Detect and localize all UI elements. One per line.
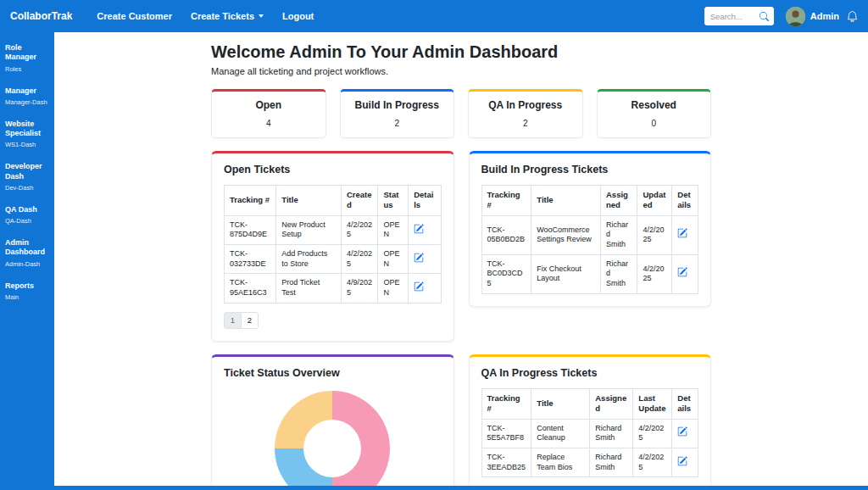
sidebar-item-website-specialist[interactable]: Website Specialist WS1-Dash: [0, 113, 54, 156]
navbar-right: Admin: [704, 7, 858, 26]
panel-title: Build In Progress Tickets: [470, 153, 711, 183]
column-header: Details: [672, 388, 698, 419]
panel-title: Open Tickets: [212, 153, 453, 183]
ticket-details-cell: [672, 448, 698, 476]
ticket-updated: 4/2/2025: [633, 419, 672, 448]
ticket-created: 4/9/2025: [341, 274, 377, 303]
table-row: TCK-BC0D3CD5 Fix Checkout Layout Richard…: [481, 254, 698, 293]
build-tickets-table: Tracking # Title Assigned Updated Detail…: [481, 185, 699, 294]
ticket-title: WooCommerce Settings Review: [531, 215, 601, 254]
ticket-title: Add Products to Store: [276, 245, 342, 274]
table-row: TCK-032733DE Add Products to Store 4/2/2…: [225, 245, 442, 274]
ticket-assigned: Richard Smith: [590, 448, 633, 476]
ticket-tracking: TCK-3EEADB25: [481, 448, 531, 476]
sidebar-item-manager[interactable]: Manager Manager-Dash: [0, 80, 54, 113]
ticket-title: Fix Checkout Layout: [531, 254, 601, 293]
edit-ticket-button[interactable]: [677, 426, 687, 437]
table-row: TCK-95AE16C3 Prod Ticket Test 4/9/2025 O…: [225, 274, 442, 303]
page-title: Welcome Admin To Your Admin Dashboard: [211, 42, 711, 62]
sidebar-item-title: Manager: [5, 86, 49, 96]
edit-ticket-button[interactable]: [414, 253, 424, 263]
ticket-details-cell: [672, 419, 698, 448]
pencil-square-icon: [414, 224, 424, 234]
edit-ticket-button[interactable]: [677, 267, 687, 277]
avatar[interactable]: [786, 7, 805, 26]
tickets-row-2: Ticket Status Overview Open Build In Pro…: [211, 354, 711, 490]
bell-icon[interactable]: [847, 11, 858, 22]
sidebar-item-title: QA Dash: [5, 205, 49, 214]
open-tickets-table: Tracking # Title Created Status Details …: [224, 185, 442, 303]
qa-tickets-panel: QA In Progress Tickets Tracking # Title …: [469, 354, 712, 490]
open-tickets-panel: Open Tickets Tracking # Title Created St…: [211, 151, 454, 342]
sidebar-item-title: Website Specialist: [5, 120, 49, 139]
stat-card-build-in-progress: Build In Progress 2: [340, 89, 455, 138]
ticket-status-overview-panel: Ticket Status Overview Open Build In Pro…: [211, 354, 454, 490]
stat-card-open: Open 4: [211, 89, 326, 138]
edit-ticket-button[interactable]: [414, 281, 424, 292]
ticket-details-cell: [409, 274, 441, 303]
pencil-square-icon: [677, 456, 687, 466]
nav-create-customer[interactable]: Create Customer: [87, 11, 181, 21]
ticket-assigned: Richard Smith: [601, 215, 637, 254]
sidebar-item-admin-dashboard[interactable]: Admin Dashboard Admin-Dash: [0, 231, 54, 275]
sidebar-item-subtitle: Dev-Dash: [5, 184, 49, 192]
pagination-page-1[interactable]: 1: [224, 312, 242, 329]
table-row: TCK-875D4D9E New Product Setup 4/2/2025 …: [225, 215, 442, 244]
navbar-links: Create Customer Create Tickets Logout: [87, 11, 323, 21]
column-header: Tracking #: [481, 186, 531, 216]
footer-bar: [54, 486, 868, 490]
top-navbar: CollaborTrak Create Customer Create Tick…: [0, 0, 868, 32]
ticket-details-cell: [409, 215, 441, 244]
ticket-updated: 4/2/2025: [637, 254, 672, 293]
column-header: Tracking #: [225, 186, 276, 216]
ticket-tracking: TCK-5E5A7BF8: [481, 419, 531, 448]
search-button[interactable]: [755, 7, 774, 25]
stats-row: Open 4 Build In Progress 2 QA In Progres…: [211, 89, 711, 138]
nav-create-tickets-label: Create Tickets: [191, 11, 254, 21]
ticket-details-cell: [409, 245, 441, 274]
edit-ticket-button[interactable]: [414, 224, 424, 234]
sidebar-item-title: Role Manager: [5, 43, 49, 63]
stat-value: 2: [472, 119, 579, 128]
nav-logout[interactable]: Logout: [273, 11, 323, 21]
column-header: Title: [531, 186, 601, 216]
stat-label: Resolved: [601, 99, 708, 111]
column-header: Details: [672, 186, 698, 216]
chevron-down-icon: [259, 14, 264, 18]
sidebar-item-developer-dash[interactable]: Developer Dash Dev-Dash: [0, 155, 54, 198]
main-content: Welcome Admin To Your Admin Dashboard Ma…: [54, 0, 868, 490]
sidebar-item-qa-dash[interactable]: QA Dash QA-Dash: [0, 198, 54, 231]
donut-hole: [303, 420, 361, 477]
nav-create-tickets[interactable]: Create Tickets: [181, 11, 273, 21]
column-header: Tracking #: [481, 388, 531, 419]
table-row: TCK-5E5A7BF8 Content Cleanup Richard Smi…: [481, 419, 698, 448]
pagination: 1 2: [224, 312, 259, 329]
sidebar-item-subtitle: Main: [5, 293, 49, 301]
stat-label: Build In Progress: [344, 99, 451, 111]
pagination-page-2[interactable]: 2: [241, 312, 259, 329]
edit-ticket-button[interactable]: [677, 456, 687, 466]
sidebar-item-role-manager[interactable]: Role Manager Roles: [0, 36, 54, 80]
ticket-created: 4/2/2025: [341, 215, 377, 244]
sidebar-item-reports[interactable]: Reports Main: [0, 275, 54, 308]
sidebar-item-subtitle: Admin-Dash: [5, 260, 49, 268]
table-row: TCK-05B0BD2B WooCommerce Settings Review…: [481, 215, 698, 254]
ticket-status: OPEN: [378, 274, 409, 303]
search-input[interactable]: [704, 7, 755, 25]
ticket-tracking: TCK-875D4D9E: [225, 215, 276, 244]
stat-value: 2: [344, 119, 451, 128]
column-header: Status: [378, 186, 409, 216]
avatar-image: [786, 7, 805, 26]
sidebar-item-title: Developer Dash: [5, 162, 49, 181]
edit-ticket-button[interactable]: [677, 228, 687, 238]
table-row: TCK-3EEADB25 Replace Team Bios Richard S…: [481, 448, 698, 476]
stat-value: 4: [215, 119, 322, 128]
panel-title: QA In Progress Tickets: [470, 357, 711, 387]
ticket-title: New Product Setup: [276, 215, 342, 244]
sidebar-item-subtitle: Roles: [5, 65, 49, 73]
pencil-square-icon: [677, 228, 687, 238]
column-header: Title: [531, 388, 590, 419]
stat-label: QA In Progress: [472, 99, 579, 111]
column-header: Title: [276, 186, 342, 216]
brand-logo[interactable]: CollaborTrak: [10, 10, 72, 22]
